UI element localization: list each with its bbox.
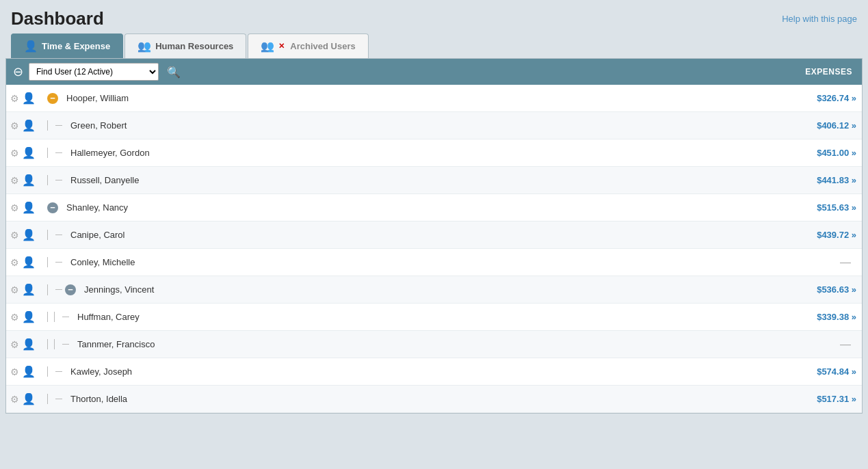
tree-branch — [55, 125, 62, 126]
row-name-area: Green, Robert — [47, 120, 817, 131]
user-name: Tannmer, Francisco — [72, 339, 840, 349]
gear-icon[interactable]: ⚙ — [10, 148, 19, 159]
row-controls: ⚙👤 — [6, 283, 47, 296]
collapse-icon[interactable]: − — [47, 202, 58, 213]
gear-icon[interactable]: ⚙ — [10, 202, 19, 213]
human-resources-icon: 👥 — [137, 40, 151, 53]
expense-amount[interactable]: $326.74 » — [817, 93, 862, 103]
tab-human-resources[interactable]: 👥 Human Resources — [124, 34, 246, 58]
tree-vertical-line-1 — [47, 312, 53, 322]
expense-amount[interactable]: $515.63 » — [817, 202, 862, 213]
help-link[interactable]: Help with this page — [782, 14, 857, 24]
tree-branch — [55, 262, 62, 263]
tree-vertical-line — [47, 366, 53, 377]
gear-icon[interactable]: ⚙ — [10, 394, 19, 405]
collapse-all-button[interactable]: ⊖ — [13, 64, 23, 79]
expense-amount[interactable]: $451.00 » — [817, 148, 862, 158]
row-controls: ⚙👤 — [6, 365, 47, 378]
tree-vertical-line — [47, 175, 53, 185]
tree-branch — [55, 371, 62, 372]
tree-branch — [62, 344, 69, 345]
user-avatar[interactable]: 👤 — [22, 228, 36, 241]
expense-amount[interactable]: $439.72 » — [817, 230, 862, 240]
expense-amount[interactable]: $536.63 » — [817, 284, 862, 295]
expense-amount[interactable]: $441.83 » — [817, 175, 862, 185]
row-name-area: Thorton, Idella — [47, 394, 817, 404]
user-list: ⚙👤−Hooper, William$326.74 »⚙👤Green, Robe… — [6, 85, 862, 413]
gear-icon[interactable]: ⚙ — [10, 339, 19, 350]
gear-icon[interactable]: ⚙ — [10, 312, 19, 323]
collapse-icon[interactable]: − — [47, 93, 58, 104]
gear-icon[interactable]: ⚙ — [10, 175, 19, 186]
tree-vertical-line-2 — [54, 339, 60, 349]
tab-archived-users[interactable]: 👥 ✕ Archived Users — [248, 34, 368, 58]
table-row: ⚙👤Canipe, Carol$439.72 » — [6, 222, 862, 249]
user-avatar[interactable]: 👤 — [22, 201, 36, 214]
user-avatar[interactable]: 👤 — [22, 392, 36, 405]
row-controls: ⚙👤 — [6, 201, 47, 214]
row-name-area: Kawley, Joseph — [47, 366, 817, 377]
row-controls: ⚙👤 — [6, 228, 47, 241]
user-name: Shanley, Nancy — [61, 202, 817, 213]
expense-amount[interactable]: $517.31 » — [817, 394, 862, 404]
page-header: Dashboard Help with this page — [0, 0, 868, 34]
expense-amount[interactable]: $406.12 » — [817, 120, 862, 131]
tree-vertical-line — [47, 257, 53, 267]
expense-amount[interactable]: $339.38 » — [817, 312, 862, 322]
gear-icon[interactable]: ⚙ — [10, 120, 19, 131]
gear-icon[interactable]: ⚙ — [10, 366, 19, 377]
row-controls: ⚙👤 — [6, 92, 47, 105]
table-row: ⚙👤Green, Robert$406.12 » — [6, 112, 862, 139]
expense-amount[interactable]: $574.84 » — [817, 366, 862, 377]
user-avatar[interactable]: 👤 — [22, 310, 36, 323]
table-row: ⚙👤Huffman, Carey$339.38 » — [6, 304, 862, 331]
gear-icon[interactable]: ⚙ — [10, 284, 19, 295]
tree-branch — [55, 152, 62, 153]
main-panel: ⊖ Find User (12 Active) 🔍 EXPENSES ⚙👤−Ho… — [5, 58, 863, 414]
find-user-select[interactable]: Find User (12 Active) — [29, 63, 159, 81]
user-avatar[interactable]: 👤 — [22, 283, 36, 296]
row-name-area: −Jennings, Vincent — [47, 284, 817, 295]
tree-vertical-line — [47, 148, 53, 158]
search-button[interactable]: 🔍 — [164, 64, 183, 80]
user-avatar[interactable]: 👤 — [22, 338, 36, 351]
user-avatar[interactable]: 👤 — [22, 146, 36, 159]
user-avatar[interactable]: 👤 — [22, 365, 36, 378]
table-row: ⚙👤Hallemeyer, Gordon$451.00 » — [6, 139, 862, 167]
tab-time-expense[interactable]: 👤 Time & Expense — [11, 34, 123, 58]
tree-vertical-line — [47, 394, 53, 404]
row-controls: ⚙👤 — [6, 392, 47, 405]
table-row: ⚙👤−Hooper, William$326.74 » — [6, 85, 862, 112]
row-controls: ⚙👤 — [6, 146, 47, 159]
toolbar: ⊖ Find User (12 Active) 🔍 EXPENSES — [6, 59, 862, 85]
tree-branch — [55, 399, 62, 399]
user-name: Thorton, Idella — [65, 394, 817, 404]
tree-vertical-line — [47, 120, 53, 131]
expenses-column-label: EXPENSES — [805, 67, 855, 77]
table-row: ⚙👤−Jennings, Vincent$536.63 » — [6, 276, 862, 304]
tabs-row: 👤 Time & Expense 👥 Human Resources 👥 ✕ A… — [0, 34, 868, 58]
row-name-area: Hallemeyer, Gordon — [47, 148, 817, 158]
collapse-icon[interactable]: − — [65, 284, 76, 295]
row-name-area: Huffman, Carey — [47, 312, 817, 322]
tree-branch — [62, 317, 69, 317]
gear-icon[interactable]: ⚙ — [10, 93, 19, 104]
table-row: ⚙👤Thorton, Idella$517.31 » — [6, 386, 862, 413]
user-avatar[interactable]: 👤 — [22, 92, 36, 105]
row-name-area: −Shanley, Nancy — [47, 202, 817, 213]
tree-vertical-line-2 — [54, 312, 60, 322]
tree-branch — [55, 180, 62, 180]
user-avatar[interactable]: 👤 — [22, 256, 36, 269]
table-row: ⚙👤Kawley, Joseph$574.84 » — [6, 358, 862, 386]
user-avatar[interactable]: 👤 — [22, 174, 36, 187]
gear-icon[interactable]: ⚙ — [10, 230, 19, 241]
user-avatar[interactable]: 👤 — [22, 119, 36, 132]
page-title: Dashboard — [11, 8, 104, 29]
table-row: ⚙👤Conley, Michelle— — [6, 249, 862, 276]
gear-icon[interactable]: ⚙ — [10, 257, 19, 268]
tree-branch — [55, 234, 62, 235]
expense-dash: — — [840, 338, 862, 351]
table-row: ⚙👤−Shanley, Nancy$515.63 » — [6, 194, 862, 222]
row-name-area: Canipe, Carol — [47, 230, 817, 240]
user-name: Green, Robert — [65, 120, 817, 131]
